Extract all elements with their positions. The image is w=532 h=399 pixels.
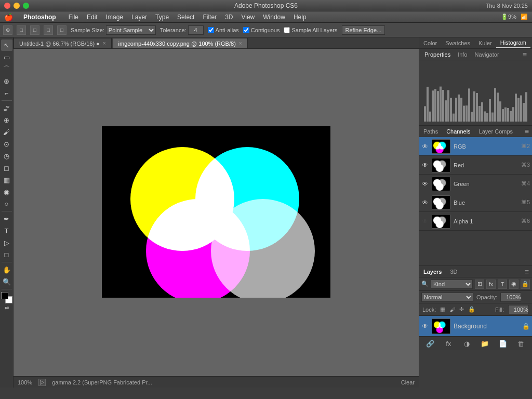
eyedropper-tool[interactable]: 🖇 xyxy=(1,102,12,114)
anti-alias-checkbox[interactable] xyxy=(208,27,214,33)
anti-alias-label[interactable]: Anti-alias xyxy=(208,27,239,33)
eye-icon-red[interactable]: 👁 xyxy=(421,162,429,169)
tab-imgcomp-close[interactable]: × xyxy=(239,41,242,46)
eye-icon-alpha1[interactable]: 👁 xyxy=(421,218,429,225)
layers-tool-1[interactable]: ⊞ xyxy=(475,280,484,289)
layer-row-background[interactable]: 👁 Background 🔒 xyxy=(419,316,532,337)
swap-colors-icon[interactable]: ⇄ xyxy=(5,305,9,311)
add-mask-button[interactable]: ◑ xyxy=(462,339,471,349)
menu-window[interactable]: Window xyxy=(263,14,285,21)
tab-layer-comps[interactable]: Layer Comps xyxy=(475,127,517,136)
sub-tab-navigator[interactable]: Navigator xyxy=(472,50,502,59)
layers-tool-5[interactable]: 🔒 xyxy=(521,280,530,289)
hand-tool[interactable]: ✋ xyxy=(1,264,12,275)
channels-expand-icon[interactable]: ≡ xyxy=(522,127,532,136)
lock-transparent-icon[interactable]: ▦ xyxy=(440,306,445,313)
eye-icon-green[interactable]: 👁 xyxy=(421,180,429,188)
sample-all-layers-checkbox[interactable] xyxy=(284,27,290,33)
channel-red[interactable]: 👁 Red ⌘3 xyxy=(419,156,532,175)
move-tool[interactable]: ↖ xyxy=(1,39,12,51)
tab-histogram[interactable]: Histogram xyxy=(496,38,530,48)
dodge-tool[interactable]: ○ xyxy=(1,198,12,209)
close-button[interactable] xyxy=(4,3,10,9)
tool-mode-5[interactable]: □ xyxy=(57,25,66,35)
tab-paths[interactable]: Paths xyxy=(419,127,442,136)
lasso-tool[interactable]: ⌒ xyxy=(1,63,12,75)
selection-tool[interactable]: ▭ xyxy=(1,51,12,63)
menu-edit[interactable]: Edit xyxy=(87,14,98,21)
tab-3d[interactable]: 3D xyxy=(446,268,461,276)
opacity-input[interactable]: 100% xyxy=(500,292,521,302)
tab-untitled[interactable]: Untitled-1 @ 66.7% (RGB/16) ● × xyxy=(14,38,112,48)
new-layer-button[interactable]: 📄 xyxy=(498,339,508,349)
tab-swatches[interactable]: Swatches xyxy=(441,39,474,47)
menu-image[interactable]: Image xyxy=(106,14,123,21)
tool-mode-4[interactable]: □ xyxy=(44,25,53,35)
menu-file[interactable]: File xyxy=(69,14,78,21)
sub-panel-expand-icon[interactable]: ≡ xyxy=(520,50,530,59)
tab-kuler[interactable]: Kuler xyxy=(474,39,496,47)
blend-mode-select[interactable]: Normal Dissolve Multiply Screen Overlay xyxy=(421,292,473,302)
menu-type[interactable]: Type xyxy=(155,14,169,21)
menu-layer[interactable]: Layer xyxy=(131,14,147,21)
eye-icon-background[interactable]: 👁 xyxy=(421,323,429,330)
tab-imgcomp[interactable]: imgcomp-440x330 copy.png @ 100% (RGB/8) … xyxy=(113,38,248,48)
layers-filter-select[interactable]: Kind Name Effect Mode Attribute Color xyxy=(431,280,473,289)
menu-select[interactable]: Select xyxy=(177,14,194,21)
tab-layers[interactable]: Layers xyxy=(419,268,446,276)
apple-logo[interactable]: 🍎 xyxy=(4,13,13,21)
layer-styles-button[interactable]: fx xyxy=(444,339,453,349)
sample-all-layers-label[interactable]: Sample All Layers xyxy=(284,27,337,33)
healing-tool[interactable]: ⊕ xyxy=(1,114,12,126)
tab-untitled-close[interactable]: × xyxy=(103,41,106,46)
sample-size-select[interactable]: Point Sample 3 by 3 Average 5 by 5 Avera… xyxy=(106,25,156,35)
fill-input[interactable]: 100% xyxy=(508,305,529,314)
refine-edge-button[interactable]: Refine Edge... xyxy=(342,25,385,35)
contiguous-label[interactable]: Contiguous xyxy=(243,27,280,33)
sub-tab-properties[interactable]: Properties xyxy=(421,50,454,59)
menu-3d[interactable]: 3D xyxy=(225,14,233,21)
lock-position-icon[interactable]: ✛ xyxy=(459,306,464,313)
crop-tool[interactable]: ⌐ xyxy=(1,87,12,99)
new-group-button[interactable]: 📁 xyxy=(480,339,489,349)
shape-tool[interactable]: □ xyxy=(1,249,12,260)
path-selection-tool[interactable]: ▷ xyxy=(1,237,12,248)
delete-layer-button[interactable]: 🗑 xyxy=(516,339,526,349)
tool-mode-3[interactable]: □ xyxy=(30,25,39,35)
menu-filter[interactable]: Filter xyxy=(203,14,217,21)
layers-tool-2[interactable]: fx xyxy=(486,280,496,289)
lock-all-icon[interactable]: 🔒 xyxy=(468,306,475,313)
layers-tool-3[interactable]: T xyxy=(498,280,507,289)
channel-rgb[interactable]: 👁 RGB ⌘2 xyxy=(419,137,532,156)
eye-icon-rgb[interactable]: 👁 xyxy=(421,143,429,150)
blur-tool[interactable]: ◉ xyxy=(1,186,12,197)
brush-tool[interactable]: 🖌 xyxy=(1,126,12,138)
eraser-tool[interactable]: ◻ xyxy=(1,162,12,174)
tolerance-input[interactable]: 4 xyxy=(188,25,204,35)
zoom-tool[interactable]: 🔍 xyxy=(1,276,12,287)
pen-tool[interactable]: ✒ xyxy=(1,213,12,224)
channel-blue[interactable]: 👁 Blue ⌘5 xyxy=(419,193,532,212)
layers-expand-icon[interactable]: ≡ xyxy=(522,268,532,276)
menu-view[interactable]: View xyxy=(241,14,255,21)
lock-pixels-icon[interactable]: 🖌 xyxy=(449,307,455,313)
minimize-button[interactable] xyxy=(14,3,20,9)
layers-tool-4[interactable]: ◉ xyxy=(509,280,518,289)
eye-icon-blue[interactable]: 👁 xyxy=(421,199,429,206)
channel-alpha1[interactable]: 👁 Alpha 1 ⌘6 xyxy=(419,212,532,231)
tab-channels[interactable]: Channels xyxy=(442,127,474,136)
channel-green[interactable]: 👁 Green ⌘4 xyxy=(419,175,532,193)
contiguous-checkbox[interactable] xyxy=(243,27,249,33)
link-layers-button[interactable]: 🔗 xyxy=(425,339,435,349)
menu-help[interactable]: Help xyxy=(294,14,307,21)
maximize-button[interactable] xyxy=(23,3,29,9)
quick-select-tool[interactable]: ⊛ xyxy=(1,75,12,87)
main-canvas[interactable] xyxy=(102,126,330,298)
color-swatches[interactable] xyxy=(1,292,12,303)
tool-mode-1[interactable]: ⊕ xyxy=(3,25,12,35)
tab-color[interactable]: Color xyxy=(419,39,441,47)
gradient-tool[interactable]: ▦ xyxy=(1,174,12,185)
sub-tab-info[interactable]: Info xyxy=(455,50,470,59)
type-tool[interactable]: T xyxy=(1,225,12,236)
history-tool[interactable]: ◷ xyxy=(1,150,12,162)
